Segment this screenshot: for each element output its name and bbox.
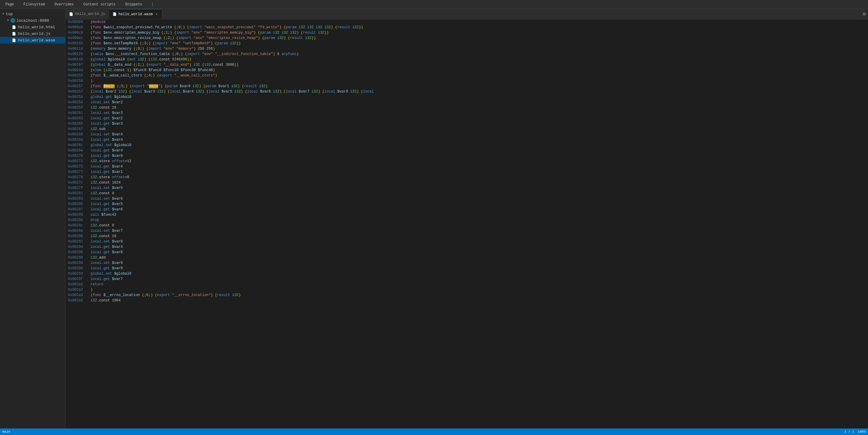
- line-content: local.set $var5: [89, 186, 124, 191]
- code-line: 0x00253 (func $__wasm_call_ctors (;4;) (…: [65, 73, 868, 78]
- line-content: i32.const 0: [89, 191, 115, 196]
- editor-area: 📄 hello_world.js 📄 hello_world.wasm ✕ ⊞ …: [65, 9, 868, 429]
- line-address: 0x0029b: [65, 266, 89, 271]
- more-tabs-icon[interactable]: ⋮: [149, 1, 156, 7]
- top-toolbar: Page Filesystem Overrides Content script…: [0, 0, 868, 9]
- toolbar-tab-overrides[interactable]: Overrides: [52, 1, 77, 8]
- line-address: 0x00272: [65, 159, 89, 164]
- line-content: local.get $var5: [89, 201, 124, 207]
- code-line: 0x00279 i32.store offset=8: [65, 175, 868, 180]
- line-content: (func $wasi_snapshot_preview1.fd_write (…: [89, 25, 364, 30]
- line-content: ): [89, 78, 94, 83]
- line-content: local.set $var4: [89, 132, 124, 137]
- code-line: 0x00298 i32.add: [65, 255, 868, 260]
- sidebar-item-localhost[interactable]: ▼ 🌐 localhost:8080: [0, 17, 65, 24]
- file-icon: 📄: [12, 25, 16, 29]
- sidebar-localhost-label: localhost:8080: [17, 19, 49, 23]
- line-content: (func $__wasm_call_ctors (;4;) (export "…: [89, 73, 218, 78]
- line-address: 0x00263: [65, 116, 89, 121]
- status-right: 1 / 1 100%: [844, 430, 866, 434]
- js-file-icon: 📄: [69, 12, 73, 16]
- sidebar-item-js[interactable]: 📄 hello_world.js: [0, 30, 65, 37]
- code-line: 0x00261 local.set $var3: [65, 110, 868, 116]
- code-line: 0x0028e local.set $var7: [65, 228, 868, 234]
- line-address: 0x00114: [65, 46, 89, 52]
- line-content: drop: [89, 218, 100, 223]
- line-address: 0x0028c: [65, 223, 89, 228]
- line-content: local.get $var6: [89, 207, 124, 212]
- code-line: 0x0029b local.get $var9: [65, 266, 868, 271]
- sidebar-item-top[interactable]: ▼ top: [0, 11, 65, 17]
- line-address: 0x0028e: [65, 228, 89, 234]
- status-line-col: 1 / 1: [844, 430, 854, 434]
- line-content: (memory $env.memory (;0;) (import "env" …: [89, 46, 216, 52]
- line-address: 0x00257: [65, 89, 89, 94]
- line-address: 0x0029d: [65, 271, 89, 276]
- code-line: 0x0025b global.get $global0: [65, 94, 868, 100]
- code-editor[interactable]: 0x00004(module0x000a6 (func $wasi_snapsh…: [65, 19, 868, 429]
- line-content: (elem (i32.const 1) $func9 $func8 $func1…: [89, 68, 216, 73]
- line-address: 0x002a2: [65, 287, 89, 293]
- code-line: 0x00125 (table $env.__indirect_function_…: [65, 52, 868, 57]
- new-tab-button[interactable]: ⊞: [860, 9, 868, 19]
- code-line: 0x00268 local.set $var4: [65, 132, 868, 137]
- file-icon: 📄: [12, 32, 16, 36]
- code-line: 0x0029f local.get $var7: [65, 276, 868, 282]
- toolbar-tab-page[interactable]: Page: [2, 1, 17, 8]
- line-address: 0x0024d: [65, 68, 89, 73]
- line-address: 0x00256: [65, 78, 89, 83]
- code-line: 0x002a3 (func $__errno_location (;6;) (e…: [65, 293, 868, 298]
- line-content: return: [89, 282, 104, 287]
- line-content: local.get $var4: [89, 148, 124, 153]
- code-line: 0x0026a local.get $var4: [65, 137, 868, 142]
- status-zoom: 100%: [858, 430, 866, 434]
- code-line: 0x00277 local.get $var1: [65, 169, 868, 175]
- tab-close-button[interactable]: ✕: [155, 11, 158, 16]
- line-address: 0x00281: [65, 191, 89, 196]
- line-content: local.get $var3: [89, 121, 124, 127]
- chevron-down-icon: ▼: [7, 19, 9, 22]
- code-line: 0x00256 ): [65, 78, 868, 83]
- line-content: (func $env.setTempRet0 (;3;) (import "en…: [89, 41, 242, 46]
- line-content: local.get $var1: [89, 169, 124, 175]
- line-content: local.get $var4: [89, 244, 124, 249]
- code-line: 0x002a5 i32.const 1984: [65, 298, 868, 303]
- line-content: local.get $var7: [89, 276, 124, 282]
- line-address: 0x0026a: [65, 137, 89, 142]
- code-line: 0x00102 (func $env.setTempRet0 (;3;) (im…: [65, 41, 868, 46]
- code-line: 0x00281 i32.const 0: [65, 191, 868, 196]
- code-line: 0x0028c i32.const 0: [65, 223, 868, 228]
- tab-wasm[interactable]: 📄 hello_world.wasm ✕: [109, 9, 162, 19]
- line-content: local.set $var6: [89, 196, 124, 201]
- line-address: 0x00299: [65, 260, 89, 266]
- code-line: 0x000ec (func $env.emscripten_resize_hea…: [65, 35, 868, 41]
- tabs-bar: 📄 hello_world.js 📄 hello_world.wasm ✕ ⊞: [65, 9, 868, 19]
- line-content: (module: [89, 19, 106, 25]
- toolbar-tab-snippets[interactable]: Snippets: [122, 1, 145, 8]
- status-bar: main 1 / 1 100%: [0, 429, 868, 435]
- tab-js-label: hello_world.js: [75, 12, 105, 16]
- toolbar-tab-filesystem[interactable]: Filesystem: [21, 1, 48, 8]
- sidebar-item-wasm[interactable]: 📄 hello_world.wasm: [0, 37, 65, 43]
- file-icon: 📄: [12, 38, 16, 42]
- line-address: 0x0028b: [65, 218, 89, 223]
- line-address: 0x0025f: [65, 105, 89, 110]
- code-line: 0x00287 local.get $var6: [65, 207, 868, 212]
- code-line: 0x00270 local.get $var0: [65, 153, 868, 159]
- line-address: 0x00298: [65, 255, 89, 260]
- tab-js[interactable]: 📄 hello_world.js: [65, 9, 109, 19]
- line-address: 0x002a3: [65, 293, 89, 298]
- line-address: 0x00125: [65, 52, 89, 57]
- sidebar-item-html[interactable]: 📄 hello_world.html: [0, 24, 65, 30]
- line-content: local.get $var0: [89, 153, 124, 159]
- line-address: 0x00275: [65, 164, 89, 169]
- line-address: 0x00294: [65, 244, 89, 249]
- line-content: i32.add: [89, 255, 106, 260]
- toolbar-tab-content-scripts[interactable]: Content scripts: [81, 1, 119, 8]
- code-line: 0x00257 (func $main (;5;) (export "main"…: [65, 83, 868, 89]
- code-line: 0x00140 (global $global0 (mut i32) (i32.…: [65, 57, 868, 62]
- code-line: 0x000a6 (func $wasi_snapshot_preview1.fd…: [65, 25, 868, 30]
- line-address: 0x002a5: [65, 298, 89, 303]
- code-line: 0x00272 i32.store offset=12: [65, 159, 868, 164]
- line-address: 0x00296: [65, 249, 89, 255]
